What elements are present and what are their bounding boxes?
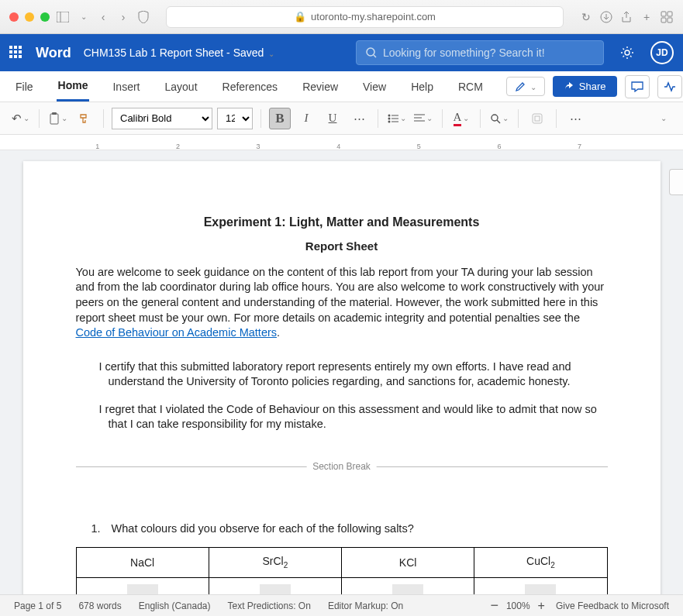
download-icon[interactable] xyxy=(599,10,613,24)
dictate-button[interactable] xyxy=(526,108,548,129)
side-panel-tab[interactable] xyxy=(669,169,683,195)
activity-button[interactable] xyxy=(657,75,682,98)
svg-rect-11 xyxy=(52,112,57,115)
more-commands-button[interactable]: ⋯ xyxy=(564,108,586,129)
app-name[interactable]: Word xyxy=(36,45,71,61)
tab-layout[interactable]: Layout xyxy=(163,73,198,101)
minimize-window[interactable] xyxy=(25,12,34,22)
bullets-button[interactable] xyxy=(386,108,408,129)
doc-subtitle: Report Sheet xyxy=(76,239,608,254)
svg-point-12 xyxy=(388,114,391,116)
code-of-behaviour-link[interactable]: Code of Behaviour on Academic Matters xyxy=(76,326,278,339)
reload-icon[interactable]: ↻ xyxy=(579,10,593,24)
find-button[interactable] xyxy=(488,108,510,129)
back-button[interactable]: ‹ xyxy=(96,10,110,24)
search-placeholder: Looking for something? Search it! xyxy=(383,46,545,59)
new-tab-icon[interactable]: + xyxy=(640,10,654,24)
tab-view[interactable]: View xyxy=(361,73,388,101)
italic-button[interactable]: I xyxy=(295,108,317,129)
settings-icon[interactable] xyxy=(616,42,638,64)
salt-input[interactable] xyxy=(342,577,474,594)
zoom-level[interactable]: 100% xyxy=(506,601,530,611)
svg-rect-6 xyxy=(667,18,672,22)
edit-mode-button[interactable] xyxy=(506,77,545,96)
tab-review[interactable]: Review xyxy=(301,73,340,101)
zoom-out-button[interactable]: − xyxy=(490,597,498,614)
zoom-in-button[interactable]: + xyxy=(538,599,545,613)
svg-line-22 xyxy=(497,120,500,123)
zoom-control: − 100% + xyxy=(490,597,545,614)
share-button[interactable]: Share xyxy=(553,76,617,97)
tab-rcm[interactable]: RCM xyxy=(457,73,485,101)
salt-header: CuCl2 xyxy=(474,548,607,577)
more-font-button[interactable]: ⋯ xyxy=(348,108,370,129)
ribbon-collapse[interactable] xyxy=(652,108,674,129)
share-arrow-icon xyxy=(564,81,574,92)
tab-help[interactable]: Help xyxy=(409,73,435,101)
status-bar: Page 1 of 5 678 words English (Canada) T… xyxy=(0,594,683,616)
question-1: 1. What colours did you observe for each… xyxy=(91,521,608,537)
shield-icon[interactable] xyxy=(136,10,150,24)
table-header-row: NaCl SrCl2 KCl CuCl2 xyxy=(76,548,607,577)
salt-header: KCl xyxy=(342,548,474,577)
search-input[interactable]: Looking for something? Search it! xyxy=(356,40,604,65)
app-launcher-icon[interactable] xyxy=(9,46,23,60)
format-painter-button[interactable] xyxy=(74,108,95,129)
pencil-icon xyxy=(515,81,526,92)
bold-button[interactable]: B xyxy=(269,108,291,129)
font-color-button[interactable]: A xyxy=(450,108,472,129)
svg-rect-3 xyxy=(661,12,666,16)
salts-table: NaCl SrCl2 KCl CuCl2 xyxy=(76,547,608,594)
ruler[interactable]: 1 2 3 4 5 6 7 xyxy=(0,135,683,150)
svg-point-9 xyxy=(625,50,630,55)
underline-button[interactable]: U xyxy=(322,108,343,129)
svg-point-21 xyxy=(492,115,498,121)
address-bar[interactable]: 🔒 utoronto-my.sharepoint.com xyxy=(166,6,564,28)
certification-1: I certify that this submitted laboratory… xyxy=(85,360,608,390)
app-header: Word CHM135 Lab 1 Report Sheet - Saved L… xyxy=(0,34,683,71)
paste-button[interactable] xyxy=(47,108,69,129)
language-indicator[interactable]: English (Canada) xyxy=(139,601,211,611)
close-window[interactable] xyxy=(9,12,19,22)
share-icon[interactable] xyxy=(619,10,633,24)
align-button[interactable] xyxy=(412,108,434,129)
user-avatar[interactable]: JD xyxy=(650,41,674,64)
feedback-link[interactable]: Give Feedback to Microsoft xyxy=(556,601,669,611)
page-indicator[interactable]: Page 1 of 5 xyxy=(14,601,61,611)
document-scroll-area[interactable]: Experiment 1: Light, Matter and Measurem… xyxy=(0,150,683,594)
tabs-icon[interactable] xyxy=(660,10,674,24)
tab-home[interactable]: Home xyxy=(57,71,90,102)
sidebar-menu[interactable] xyxy=(76,10,90,24)
browser-toolbar: ‹ › 🔒 utoronto-my.sharepoint.com ↻ + xyxy=(0,0,683,34)
word-count[interactable]: 678 words xyxy=(78,601,121,611)
salt-input[interactable] xyxy=(76,577,209,594)
salt-input[interactable] xyxy=(474,577,607,594)
svg-rect-24 xyxy=(535,116,540,121)
question-text: What colours did you observe for each of… xyxy=(112,521,414,537)
comments-button[interactable] xyxy=(625,75,650,98)
maximize-window[interactable] xyxy=(40,12,50,22)
search-icon xyxy=(366,47,377,58)
svg-point-7 xyxy=(367,48,374,56)
svg-rect-10 xyxy=(50,114,58,124)
window-controls xyxy=(9,12,50,22)
text-predictions[interactable]: Text Predictions: On xyxy=(227,601,310,611)
document-title[interactable]: CHM135 Lab 1 Report Sheet - Saved xyxy=(84,46,275,59)
forward-button[interactable]: › xyxy=(116,10,130,24)
salt-header: NaCl xyxy=(76,548,209,577)
tab-references[interactable]: References xyxy=(221,73,280,101)
editor-markup[interactable]: Editor Markup: On xyxy=(328,601,403,611)
sidebar-icon[interactable] xyxy=(56,10,70,24)
tab-insert[interactable]: Insert xyxy=(111,73,141,101)
svg-rect-23 xyxy=(533,114,542,123)
intro-paragraph: You are welcome to seek guidance on the … xyxy=(76,265,608,341)
svg-point-14 xyxy=(388,117,391,119)
font-size-select[interactable]: 12 xyxy=(217,108,253,129)
lock-icon: 🔒 xyxy=(294,11,306,22)
salt-input[interactable] xyxy=(209,577,341,594)
tab-file[interactable]: File xyxy=(14,73,35,101)
undo-button[interactable]: ↶ xyxy=(9,108,31,129)
font-select[interactable]: Calibri Bold xyxy=(112,108,212,129)
document-page[interactable]: Experiment 1: Light, Matter and Measurem… xyxy=(23,161,661,594)
svg-point-16 xyxy=(388,120,391,122)
